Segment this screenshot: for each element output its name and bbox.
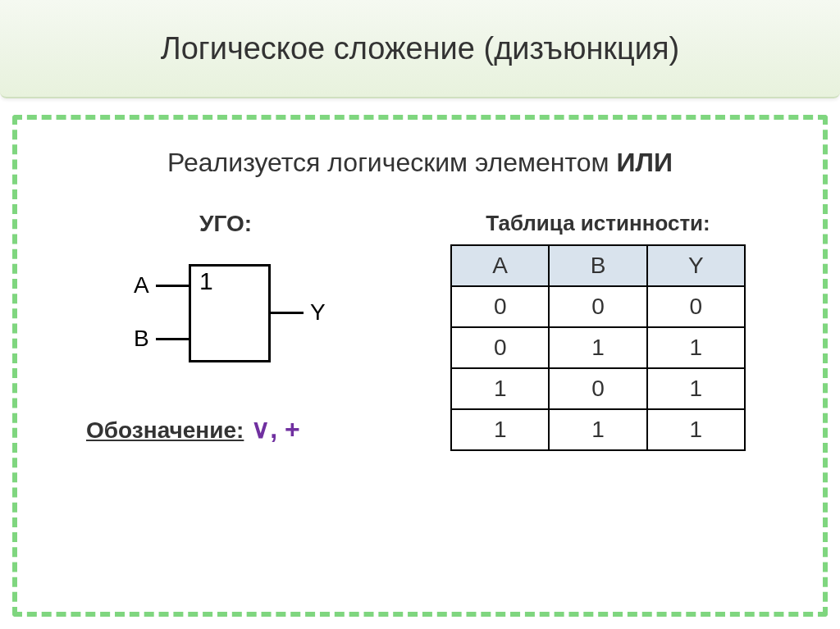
table-row: 1 0 1: [451, 368, 745, 409]
cell: 0: [451, 286, 549, 327]
slide-header: Логическое сложение (дизъюнкция): [0, 0, 840, 98]
content-wrapper: Реализуется логическим элементом ИЛИ УГО…: [0, 98, 840, 629]
or-gate-symbol: 1 A B Y: [111, 249, 340, 381]
input-b-line: [156, 338, 189, 340]
output-y-label: Y: [310, 299, 326, 326]
subtitle-bold: ИЛИ: [616, 148, 672, 177]
slide-title: Логическое сложение (дизъюнкция): [161, 31, 679, 66]
cell: 1: [451, 409, 549, 450]
input-b-label: B: [134, 326, 149, 352]
cell: 1: [451, 368, 549, 409]
truth-table-title: Таблица истинности:: [426, 211, 770, 236]
output-y-line: [271, 312, 304, 314]
header-b: B: [549, 245, 646, 286]
gate-inner-label: 1: [199, 267, 213, 295]
cell: 0: [549, 286, 646, 327]
left-column: УГО: 1 A B Y Обозначение: ∨, +: [70, 211, 381, 444]
main-row: УГО: 1 A B Y Обозначение: ∨, + Таблиц: [45, 211, 795, 451]
cell: 1: [647, 409, 745, 450]
table-row: 0 0 0: [451, 286, 745, 327]
input-a-label: A: [134, 272, 149, 299]
slide-content: Реализуется логическим элементом ИЛИ УГО…: [12, 115, 828, 617]
table-row: 1 1 1: [451, 409, 745, 450]
notation-label: Обозначение:: [86, 417, 244, 443]
table-header-row: A B Y: [451, 245, 745, 286]
right-column: Таблица истинности: A B Y 0 0 0: [426, 211, 770, 451]
subtitle: Реализуется логическим элементом ИЛИ: [45, 148, 795, 178]
cell: 1: [549, 327, 646, 368]
truth-table: A B Y 0 0 0 0 1: [450, 244, 746, 451]
input-a-line: [156, 285, 189, 287]
cell: 1: [549, 409, 646, 450]
header-a: A: [451, 245, 549, 286]
header-y: Y: [647, 245, 745, 286]
subtitle-text: Реализуется логическим элементом: [167, 148, 616, 177]
cell: 1: [647, 327, 745, 368]
cell: 0: [451, 327, 549, 368]
cell: 1: [647, 368, 745, 409]
notation: Обозначение: ∨, +: [70, 413, 381, 444]
cell: 0: [647, 286, 745, 327]
notation-symbols: ∨, +: [244, 414, 299, 444]
ugo-label: УГО:: [70, 211, 381, 237]
table-row: 0 1 1: [451, 327, 745, 368]
cell: 0: [549, 368, 646, 409]
